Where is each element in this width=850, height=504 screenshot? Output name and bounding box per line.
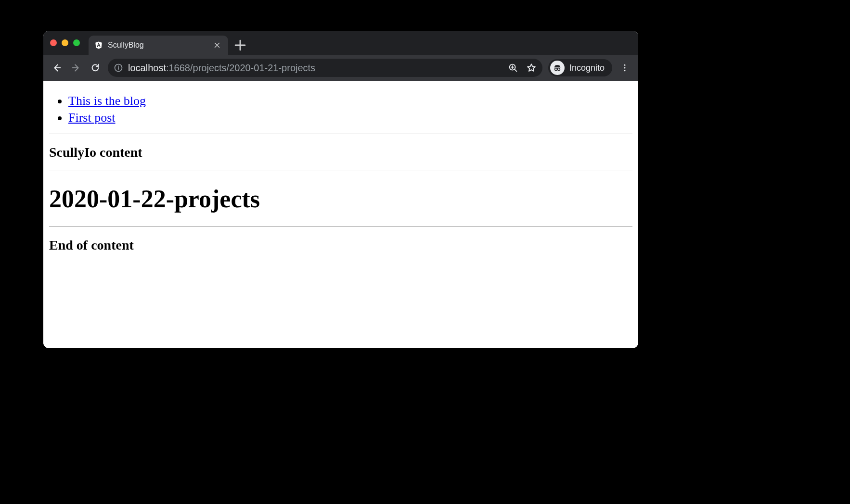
url-path: :1668/projects/2020-01-21-projects: [166, 63, 315, 73]
svg-point-1: [118, 66, 119, 67]
section-heading: ScullyIo content: [49, 145, 632, 160]
browser-window: ScullyBlog: [43, 31, 638, 348]
site-info-icon[interactable]: [114, 63, 123, 73]
browser-toolbar: localhost:1668/projects/2020-01-21-proje…: [43, 55, 638, 81]
window-minimize-button[interactable]: [62, 39, 68, 46]
window-zoom-button[interactable]: [73, 39, 80, 46]
back-button[interactable]: [50, 61, 64, 75]
new-tab-button[interactable]: [232, 37, 248, 53]
incognito-label: Incognito: [569, 63, 605, 73]
window-close-button[interactable]: [50, 39, 57, 46]
section-heading: End of content: [49, 238, 632, 253]
svg-point-7: [624, 67, 626, 69]
angular-favicon-icon: [94, 41, 103, 50]
omnibox-right-icons: [508, 63, 537, 73]
bookmark-star-icon[interactable]: [526, 63, 537, 73]
divider: [49, 227, 632, 227]
blog-link[interactable]: This is the blog: [68, 94, 146, 108]
page-viewport[interactable]: This is the blog First post ScullyIo con…: [43, 81, 638, 348]
window-controls: [50, 31, 80, 55]
blog-link-list: This is the blog First post: [49, 92, 632, 126]
forward-button[interactable]: [69, 61, 83, 75]
svg-rect-2: [118, 67, 119, 70]
address-bar[interactable]: localhost:1668/projects/2020-01-21-proje…: [108, 59, 542, 77]
url-host: localhost: [128, 63, 166, 73]
browser-tab[interactable]: ScullyBlog: [89, 36, 228, 55]
divider: [49, 171, 632, 171]
incognito-indicator[interactable]: Incognito: [548, 59, 612, 76]
list-item: This is the blog: [68, 92, 632, 109]
svg-point-8: [624, 70, 626, 71]
zoom-icon[interactable]: [508, 63, 518, 73]
page-title: 2020-01-22-projects: [49, 185, 632, 213]
svg-point-6: [624, 64, 626, 66]
list-item: First post: [68, 109, 632, 126]
blog-link[interactable]: First post: [68, 111, 116, 125]
reload-button[interactable]: [89, 61, 102, 75]
tab-close-icon[interactable]: [213, 41, 221, 50]
divider: [49, 134, 632, 134]
incognito-icon: [550, 61, 565, 75]
tab-strip: ScullyBlog: [43, 31, 638, 55]
svg-point-4: [555, 68, 557, 70]
svg-point-5: [557, 68, 560, 70]
browser-menu-button[interactable]: [618, 61, 631, 75]
tab-title: ScullyBlog: [108, 41, 208, 50]
url-text: localhost:1668/projects/2020-01-21-proje…: [128, 63, 503, 74]
